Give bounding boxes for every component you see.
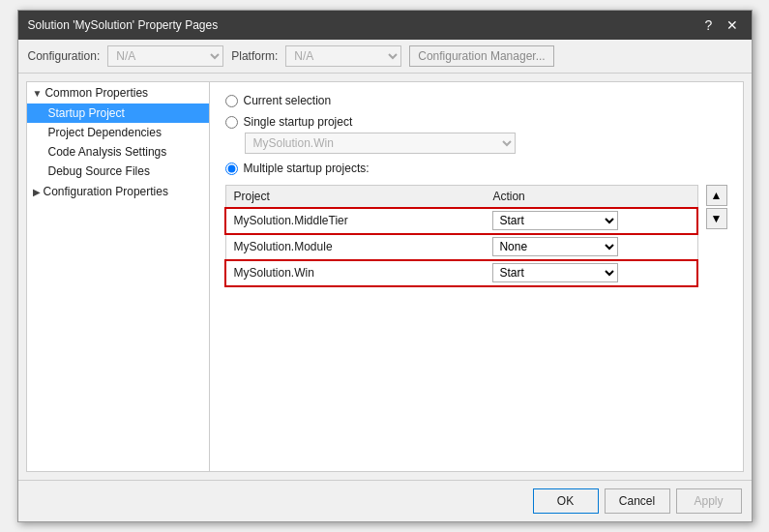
col-header-project: Project	[225, 186, 485, 208]
footer: OK Cancel Apply	[18, 480, 752, 521]
sidebar: ▼ Common Properties Startup Project Proj…	[26, 81, 210, 472]
dialog-title: Solution 'MySolution' Property Pages	[28, 18, 219, 32]
radio-single-project-row: Single startup project	[225, 115, 727, 129]
radio-single-project-label[interactable]: Single startup project	[244, 115, 353, 129]
tree-section-common: ▼ Common Properties Startup Project Proj…	[27, 82, 209, 181]
projects-table-area: Project Action MySolution.MiddleTier	[225, 185, 727, 286]
move-down-button[interactable]: ▼	[706, 208, 727, 229]
sidebar-item-debug-source[interactable]: Debug Source Files	[27, 162, 209, 181]
action-cell: None Start Start without debugging	[485, 260, 697, 286]
radio-multiple-row: Multiple startup projects:	[225, 162, 727, 175]
platform-label: Platform:	[231, 49, 278, 63]
toolbar-row: Configuration: N/A Platform: N/A Configu…	[18, 40, 752, 74]
radio-current-selection-label[interactable]: Current selection	[244, 94, 332, 107]
table-row: MySolution.Win None Start Start without …	[225, 260, 697, 286]
col-header-action: Action	[485, 186, 697, 208]
radio-current-selection[interactable]	[225, 95, 238, 107]
sidebar-item-code-analysis[interactable]: Code Analysis Settings	[27, 142, 209, 162]
action-cell: None Start Start without debugging	[485, 208, 697, 234]
up-down-buttons: ▲ ▼	[706, 185, 727, 229]
sidebar-item-configuration-properties[interactable]: ▶ Configuration Properties	[27, 181, 209, 202]
title-bar: Solution 'MySolution' Property Pages ? ✕	[18, 11, 752, 40]
common-properties-label: Common Properties	[44, 86, 148, 100]
arrow-right-icon: ▶	[33, 187, 41, 197]
single-project-select-row: MySolution.Win	[225, 133, 727, 154]
config-label: Configuration:	[28, 49, 101, 63]
radio-multiple-projects-label[interactable]: Multiple startup projects:	[244, 162, 370, 175]
action-select[interactable]: None Start Start without debugging	[492, 237, 618, 256]
tree-section-config: ▶ Configuration Properties	[27, 181, 209, 202]
action-cell: None Start Start without debugging	[485, 234, 697, 260]
title-bar-buttons: ? ✕	[699, 15, 742, 35]
radio-current-row: Current selection	[225, 94, 727, 107]
project-name-cell: MySolution.Win	[225, 260, 485, 286]
dialog: Solution 'MySolution' Property Pages ? ✕…	[17, 10, 753, 522]
configuration-select[interactable]: N/A	[107, 45, 223, 67]
arrow-down-icon: ▼	[33, 88, 43, 99]
cancel-button[interactable]: Cancel	[605, 488, 670, 514]
config-properties-label: Configuration Properties	[44, 185, 168, 198]
action-select[interactable]: None Start Start without debugging	[492, 211, 618, 230]
move-up-button[interactable]: ▲	[706, 185, 727, 206]
platform-select[interactable]: N/A	[285, 45, 401, 67]
content-area: ▼ Common Properties Startup Project Proj…	[18, 74, 752, 480]
table-row: MySolution.MiddleTier None Start Start w…	[225, 208, 697, 234]
action-select[interactable]: None Start Start without debugging	[492, 263, 618, 282]
radio-multiple-projects[interactable]	[225, 163, 238, 175]
ok-button[interactable]: OK	[533, 488, 599, 514]
config-manager-button[interactable]: Configuration Manager...	[409, 45, 553, 67]
apply-button[interactable]: Apply	[676, 488, 742, 514]
table-wrapper: Project Action MySolution.MiddleTier	[225, 185, 698, 286]
radio-single-project[interactable]	[225, 116, 238, 129]
sidebar-item-project-dependencies[interactable]: Project Dependencies	[27, 123, 209, 142]
table-header-row: Project Action	[225, 186, 697, 208]
main-panel: Current selection Single startup project…	[210, 81, 744, 472]
single-project-select[interactable]: MySolution.Win	[245, 133, 516, 154]
radio-single-row: Single startup project MySolution.Win	[225, 115, 727, 154]
table-row: MySolution.Module None Start Start witho…	[225, 234, 697, 260]
help-button[interactable]: ?	[699, 15, 719, 35]
radio-group: Current selection Single startup project…	[225, 94, 727, 175]
projects-table: Project Action MySolution.MiddleTier	[225, 185, 698, 286]
close-button[interactable]: ✕	[723, 15, 742, 35]
sidebar-item-startup-project[interactable]: Startup Project	[27, 103, 209, 123]
project-name-cell: MySolution.Module	[225, 234, 485, 260]
project-name-cell: MySolution.MiddleTier	[225, 208, 485, 234]
sidebar-item-common-properties[interactable]: ▼ Common Properties	[27, 82, 209, 103]
